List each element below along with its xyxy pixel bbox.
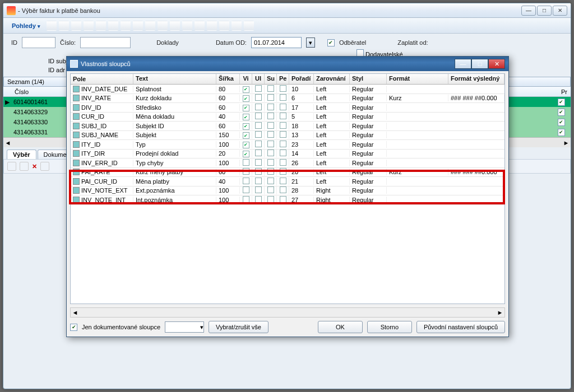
grid-row[interactable]: INV_NOTE_EXTExt.poznámka10028RightRegula… [71,186,504,196]
pe-checkbox[interactable] [280,186,286,193]
ui-checkbox[interactable] [255,168,262,175]
filter-combo[interactable]: ▾ [165,321,204,333]
dialog-minimize-button[interactable]: — [455,59,471,69]
new-icon[interactable] [7,162,16,171]
dialog-titlebar[interactable]: Vlastnosti sloupců — □ ✕ [67,57,508,71]
hdr-text[interactable]: Text [133,74,216,84]
ui-checkbox[interactable] [255,186,262,193]
hdr-zarov[interactable]: Zarovnání [314,74,350,84]
pe-checkbox[interactable] [280,131,286,138]
ui-checkbox[interactable] [255,131,262,138]
grid-row[interactable]: INV_RATEKurz dokladu60✔6LeftRegularKurz#… [71,94,504,104]
pr-checkbox[interactable]: ✔ [558,119,565,126]
col-pr[interactable]: Pr [561,88,567,95]
pe-checkbox[interactable] [280,85,286,92]
ui-checkbox[interactable] [255,196,262,203]
grid-row[interactable]: PAI_CUR_IDMěna platby4021LeftRegular [71,177,504,186]
odberatel-checkbox[interactable]: ✔ [327,39,335,46]
toolbar-icon[interactable] [121,21,131,31]
pe-checkbox[interactable] [280,178,286,184]
hdr-format[interactable]: Formát [387,74,448,84]
ui-checkbox[interactable] [255,104,262,110]
toolbar-icon[interactable] [108,21,118,31]
vi-checkbox[interactable] [243,178,249,184]
ui-checkbox[interactable] [255,178,262,184]
grid-row[interactable]: CUR_IDMěna dokladu40✔5LeftRegular [71,113,504,122]
minimize-button[interactable]: — [521,6,536,16]
toolbar-icon[interactable] [195,21,205,31]
ui-checkbox[interactable] [255,141,262,147]
su-checkbox[interactable] [267,122,274,129]
su-checkbox[interactable] [267,150,274,156]
grid-row[interactable]: INV_DATE_DUESplatnost80✔10LeftRegular [71,85,504,94]
vi-checkbox[interactable]: ✔ [243,123,249,130]
select-all-button[interactable]: Vybrat/zrušit vše [209,321,269,333]
hdr-pole[interactable]: Pole [71,74,133,84]
vi-checkbox[interactable] [243,159,249,166]
date-arrow-icon[interactable]: ▾ [306,38,315,48]
close-button[interactable]: ✕ [553,6,567,16]
dialog-maximize-button[interactable]: □ [471,59,488,69]
save-icon[interactable] [40,162,49,171]
su-checkbox[interactable] [267,159,274,166]
pe-checkbox[interactable] [280,168,286,175]
toolbar-icon[interactable] [170,21,180,31]
vi-checkbox[interactable]: ✔ [243,95,249,102]
pr-checkbox[interactable]: ✔ [558,109,565,116]
hdr-styl[interactable]: Styl [350,74,387,84]
su-checkbox[interactable] [267,85,274,92]
toolbar-icon[interactable] [182,21,192,31]
pe-checkbox[interactable] [280,104,286,110]
views-dropdown[interactable]: Pohledy [8,21,44,31]
su-checkbox[interactable] [267,186,274,193]
ui-checkbox[interactable] [255,94,262,101]
hdr-poradi[interactable]: Pořadí [289,74,314,84]
hdr-su[interactable]: Su [265,74,277,84]
cislo-input[interactable] [80,37,131,48]
vi-checkbox[interactable]: ✔ [243,86,249,93]
toolbar-icon[interactable] [84,21,94,31]
pe-checkbox[interactable] [280,122,286,129]
toolbar-icon[interactable] [96,21,106,31]
jen-dok-checkbox[interactable]: ✔ [70,324,77,331]
pe-checkbox[interactable] [280,141,286,147]
storno-button[interactable]: Storno [367,321,412,333]
toolbar-icon[interactable] [133,21,143,31]
pe-checkbox[interactable] [280,94,286,101]
su-checkbox[interactable] [267,104,274,110]
toolbar-icon[interactable] [158,21,168,31]
pr-checkbox[interactable]: ✔ [558,99,565,106]
toolbar-icon[interactable] [47,21,57,31]
grid-row[interactable]: SUBJ_IDSubjekt ID60✔18LeftRegular [71,122,504,131]
pe-checkbox[interactable] [280,196,286,203]
su-checkbox[interactable] [267,196,274,203]
su-checkbox[interactable] [267,141,274,147]
pr-checkbox[interactable]: ✔ [558,129,565,136]
su-checkbox[interactable] [267,178,274,184]
su-checkbox[interactable] [267,113,274,119]
toolbar-icon[interactable] [207,21,217,31]
vi-checkbox[interactable] [243,196,249,203]
vi-checkbox[interactable] [243,186,249,193]
hdr-sirka[interactable]: Šířka [216,74,240,84]
main-titlebar[interactable]: - Výběr faktur k platbě bankou — □ ✕ [3,3,571,18]
vi-checkbox[interactable]: ✔ [243,132,249,139]
ui-checkbox[interactable] [255,122,262,129]
id-input[interactable] [22,37,55,48]
grid-row[interactable]: SUBJ_NAMESubjekt150✔13LeftRegular [71,131,504,141]
hdr-formatv[interactable]: Formát výsledný [448,74,504,84]
pe-checkbox[interactable] [280,159,286,166]
edit-icon[interactable] [20,162,29,171]
hdr-ui[interactable]: UI [252,74,265,84]
ok-button[interactable]: OK [318,321,363,333]
ui-checkbox[interactable] [255,85,262,92]
su-checkbox[interactable] [267,168,274,175]
grid-row[interactable]: DIV_IDStředisko60✔17LeftRegular [71,103,504,113]
hdr-vi[interactable]: Vi [240,74,252,84]
toolbar-icon[interactable] [71,21,81,31]
su-checkbox[interactable] [267,131,274,138]
grid-row[interactable]: PAI_RATEKurz měny platby6020LeftRegularK… [71,168,504,178]
grid-row[interactable]: ITY_DIRProdejní doklad20✔14LeftRegular [71,150,504,159]
maximize-button[interactable]: □ [537,6,552,16]
toolbar-icon[interactable] [244,21,254,31]
